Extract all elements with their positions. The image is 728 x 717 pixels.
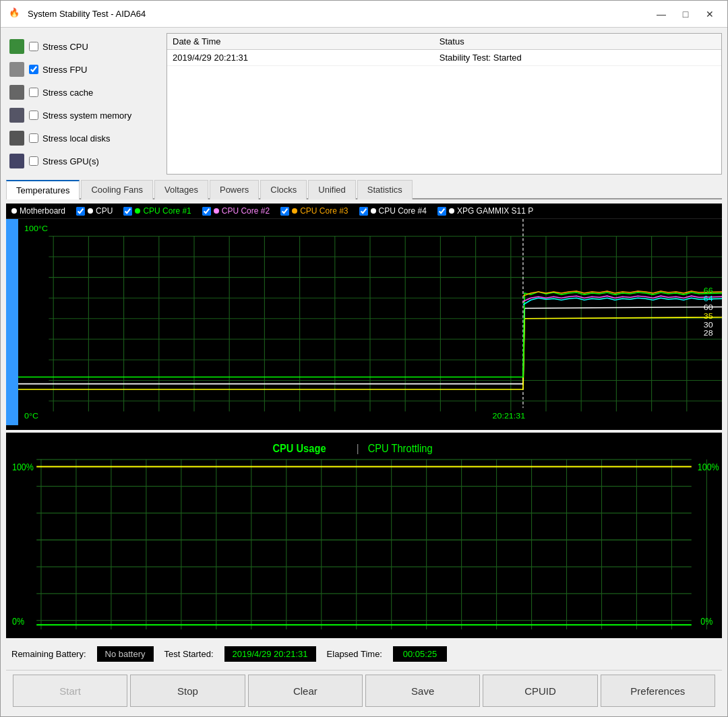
stress-label-gpu: Stress GPU(s) [42, 156, 99, 166]
main-window: 🔥 System Stability Test - AIDA64 — □ ✕ S… [0, 0, 728, 717]
legend-check-cpucore#4[interactable] [359, 207, 368, 216]
test-started-label: Test Started: [164, 649, 214, 659]
log-cell-datetime: 2019/4/29 20:21:31 [167, 50, 434, 66]
legend-check-cpucore#1[interactable] [123, 207, 132, 216]
stress-icon-cache [9, 84, 25, 100]
legend-check-xpggammixs11p[interactable] [437, 207, 446, 216]
log-col-status: Status [434, 34, 721, 50]
stress-checkbox-fpu[interactable] [29, 65, 38, 74]
stress-icon-cpu [9, 38, 25, 55]
close-button[interactable]: ✕ [700, 6, 719, 22]
tab-voltages[interactable]: Voltages [154, 180, 208, 199]
titlebar: 🔥 System Stability Test - AIDA64 — □ ✕ [1, 1, 727, 28]
legend-label-xpggammixs11p: XPG GAMMIX S11 P [457, 206, 533, 216]
svg-rect-5 [9, 154, 24, 168]
top-section: Stress CPUStress FPUStress cacheStress s… [6, 33, 722, 175]
battery-label: Remaining Battery: [11, 649, 86, 659]
battery-value: No battery [97, 646, 154, 662]
svg-rect-2 [9, 85, 24, 100]
legend-label-motherboard: Motherboard [20, 206, 65, 216]
stop-button[interactable]: Stop [130, 675, 245, 707]
stress-checkbox-cache[interactable] [29, 88, 38, 97]
stress-icon-fpu [9, 61, 25, 77]
stress-label-memory: Stress system memory [42, 111, 131, 121]
charts-area: MotherboardCPUCPU Core #1CPU Core #2CPU … [6, 204, 722, 638]
window-controls: — □ ✕ [652, 6, 719, 22]
log-col-datetime: Date & Time [167, 34, 434, 50]
legend-item-cpucore#3: CPU Core #3 [280, 206, 348, 216]
clear-button[interactable]: Clear [248, 675, 363, 707]
stress-item-memory: Stress system memory [6, 104, 161, 126]
legend-dot-cpu [88, 208, 93, 214]
stress-item-cpu: Stress CPU [6, 36, 161, 57]
test-started-value: 2019/4/29 20:21:31 [224, 646, 316, 662]
stress-checkbox-disks[interactable] [29, 133, 38, 143]
r-label-28: 28 [704, 329, 713, 338]
temp-max-label: 100°C [24, 224, 48, 233]
svg-rect-3 [9, 108, 24, 123]
stress-icon-gpu [9, 153, 25, 169]
main-content: Stress CPUStress FPUStress cacheStress s… [1, 28, 727, 716]
temp-min-label: 0°C [24, 411, 38, 420]
cpu-title-sep: | [357, 441, 359, 454]
stress-label-cpu: Stress CPU [42, 42, 88, 52]
stress-label-fpu: Stress FPU [42, 65, 87, 75]
log-cell-status: Stability Test: Started [434, 50, 721, 66]
cpuid-button[interactable]: CPUID [483, 675, 597, 707]
log-table: Date & Time Status 2019/4/29 20:21:31Sta… [166, 33, 722, 175]
log-row: 2019/4/29 20:21:31Stability Test: Starte… [167, 50, 721, 66]
svg-rect-36 [6, 433, 722, 638]
temp-chart-svg: 100°C 0°C 20:21:31 [18, 219, 722, 425]
stress-item-fpu: Stress FPU [6, 59, 161, 80]
cpu-chart-svg: CPU Usage | CPU Throttling 100% 0% 100% … [6, 433, 722, 638]
stress-item-disks: Stress local disks [6, 127, 161, 149]
start-button: Start [13, 675, 127, 707]
legend-check-cpu[interactable] [76, 207, 85, 216]
timestamp-label: 20:21:31 [493, 411, 526, 420]
legend-dot-cpucore#4 [371, 208, 376, 214]
legend-dot-xpggammixs11p [449, 208, 454, 214]
preferences-button[interactable]: Preferences [601, 675, 715, 707]
maximize-button[interactable]: □ [676, 6, 695, 22]
tab-temperatures[interactable]: Temperatures [6, 180, 80, 199]
minimize-button[interactable]: — [652, 6, 671, 22]
chart-sidebar [6, 219, 18, 425]
tab-cooling[interactable]: Cooling Fans [81, 180, 153, 199]
legend-dot-cpucore#1 [135, 208, 140, 214]
stress-checkbox-cpu[interactable] [29, 42, 38, 51]
save-button[interactable]: Save [365, 675, 480, 707]
r-label-35: 35 [704, 311, 713, 320]
chart-with-sidebar: 100°C 0°C 20:21:31 [6, 219, 722, 425]
cpu-title-right: CPU Throttling [368, 441, 433, 454]
tab-unified[interactable]: Unified [308, 180, 355, 199]
legend-dot-motherboard [11, 208, 17, 214]
tab-clocks[interactable]: Clocks [260, 180, 307, 199]
status-bar: Remaining Battery: No battery Test Start… [6, 642, 722, 666]
svg-rect-4 [9, 131, 24, 146]
legend-check-cpucore#2[interactable] [202, 207, 211, 216]
legend-item-cpucore#1: CPU Core #1 [123, 206, 191, 216]
legend-item-cpucore#4: CPU Core #4 [359, 206, 427, 216]
svg-rect-1 [9, 62, 24, 77]
legend-item-cpucore#2: CPU Core #2 [202, 206, 270, 216]
app-icon: 🔥 [9, 7, 22, 21]
legend-item-xpggammixs11p: XPG GAMMIX S11 P [437, 206, 533, 216]
bottom-buttons: StartStopClearSaveCPUIDPreferences [6, 670, 722, 711]
cpu-yr-min: 0% [700, 616, 712, 627]
window-title: System Stability Test - AIDA64 [28, 9, 652, 19]
stress-checkbox-memory[interactable] [29, 111, 38, 120]
tab-statistics[interactable]: Statistics [357, 180, 413, 199]
stress-label-disks: Stress local disks [42, 133, 110, 144]
svg-rect-0 [9, 39, 24, 54]
elapsed-label: Elapsed Time: [327, 649, 382, 659]
stress-checkbox-gpu[interactable] [29, 156, 38, 166]
legend-label-cpucore#1: CPU Core #1 [143, 206, 191, 216]
tab-powers[interactable]: Powers [210, 180, 259, 199]
stress-icon-memory [9, 107, 25, 123]
stress-icon-disks [9, 130, 25, 146]
legend-label-cpucore#2: CPU Core #2 [222, 206, 270, 216]
cpu-title-left: CPU Usage [272, 441, 326, 454]
legend-check-cpucore#3[interactable] [280, 207, 289, 216]
legend-label-cpu: CPU [96, 206, 113, 216]
legend-item-cpu: CPU [76, 206, 113, 216]
